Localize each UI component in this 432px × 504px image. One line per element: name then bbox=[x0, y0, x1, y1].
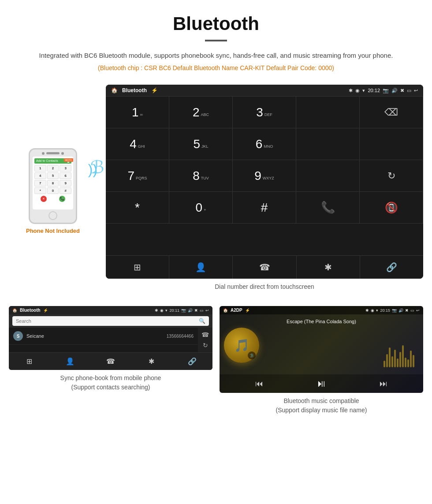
car-dialer-screen: 🏠 Bluetooth ⚡ ✱ ◉ ▾ 20:12 📷 🔊 ✖ ▭ ↩ bbox=[106, 85, 423, 279]
pb-home-icon[interactable]: 🏠 bbox=[12, 308, 17, 313]
pb-toolbar-link[interactable]: 🔗 bbox=[172, 353, 212, 370]
music-statusbar-left: 🏠 A2DP ⚡ bbox=[223, 308, 250, 313]
phone-key-7[interactable]: 7 bbox=[34, 180, 46, 187]
page-header: Bluetooth Integrated with BC6 Bluetooth … bbox=[0, 0, 432, 85]
dial-key-hash[interactable]: # bbox=[233, 192, 296, 224]
phone-key-9[interactable]: 9 bbox=[60, 180, 71, 187]
pb-back-icon[interactable]: ↩ bbox=[205, 308, 209, 313]
dial-backspace[interactable]: ⌫ bbox=[360, 97, 423, 128]
home-icon[interactable]: 🏠 bbox=[111, 87, 118, 93]
music-controls: ⏮ ⏯ ⏭ bbox=[220, 374, 423, 393]
phone-key-4[interactable]: 4 bbox=[34, 172, 46, 179]
phone-key-star[interactable]: * bbox=[34, 187, 46, 194]
dial-empty-3 bbox=[360, 128, 423, 160]
statusbar-left: 🏠 Bluetooth ⚡ bbox=[111, 87, 158, 93]
toolbar-bluetooth[interactable]: ✱ bbox=[297, 256, 360, 279]
pb-toolbar-contacts[interactable]: 👤 bbox=[49, 353, 90, 370]
phone-call-btn[interactable]: 📞 bbox=[59, 196, 65, 202]
location-icon: ◉ bbox=[355, 88, 360, 93]
toolbar-link[interactable]: 🔗 bbox=[360, 256, 423, 279]
dial-refresh[interactable]: ↻ bbox=[360, 160, 423, 192]
music-vol-icon[interactable]: 🔊 bbox=[398, 308, 403, 313]
dial-key-3[interactable]: 3DEF bbox=[233, 97, 296, 128]
phone-speaker bbox=[46, 152, 60, 154]
back-icon[interactable]: ↩ bbox=[414, 88, 418, 93]
pb-contact-number: 13566664466 bbox=[167, 334, 194, 339]
music-play-btn[interactable]: ⏯ bbox=[317, 378, 326, 389]
toolbar-keypad[interactable]: ⊞ bbox=[106, 256, 169, 279]
phone-key-5[interactable]: 5 bbox=[47, 172, 59, 179]
music-prev-btn[interactable]: ⏮ bbox=[255, 379, 263, 388]
pb-side-phone-icon[interactable]: ☎ bbox=[201, 331, 209, 338]
music-home-icon[interactable]: 🏠 bbox=[223, 308, 228, 313]
dial-key-4[interactable]: 4GHI bbox=[106, 128, 169, 160]
phone-end-btn[interactable]: ✕ bbox=[41, 196, 47, 202]
phone-key-0[interactable]: 0 bbox=[47, 187, 59, 194]
page-description: Integrated with BC6 Bluetooth module, su… bbox=[26, 50, 406, 61]
phone-key-hash[interactable]: # bbox=[60, 187, 71, 194]
visualizer-bar bbox=[394, 350, 396, 367]
volume-icon[interactable]: 🔊 bbox=[391, 88, 398, 93]
pb-toolbar-phone[interactable]: ☎ bbox=[90, 353, 131, 370]
dial-key-7[interactable]: 7PQRS bbox=[106, 160, 169, 192]
phone-key-1[interactable]: 1 bbox=[34, 165, 46, 172]
pb-search-row: 🔍 bbox=[12, 316, 209, 326]
pb-toolbar-bt[interactable]: ✱ bbox=[131, 353, 171, 370]
visualizer-bar bbox=[405, 358, 406, 367]
dial-key-star[interactable]: * bbox=[106, 192, 169, 224]
pb-search-icon[interactable]: 🔍 bbox=[199, 318, 205, 324]
phone-key-2[interactable]: 2 bbox=[47, 165, 59, 172]
music-next-btn[interactable]: ⏭ bbox=[380, 379, 387, 388]
phone-section: )) ℬ MOTO Add to Contacts ▊ 1 bbox=[9, 85, 97, 297]
phone-screen: Add to Contacts ▊ 1 2 3 4 5 6 7 8 9 * bbox=[33, 157, 73, 209]
toolbar-phone[interactable]: ☎ bbox=[233, 256, 296, 279]
music-win-icon[interactable]: ▭ bbox=[410, 308, 414, 313]
pb-win-icon[interactable]: ▭ bbox=[200, 308, 204, 313]
music-screen: 🏠 A2DP ⚡ ✱ ◉ ▾ 20:15 📷 🔊 ✖ ▭ ↩ bbox=[220, 306, 423, 393]
window-icon[interactable]: ▭ bbox=[407, 88, 411, 93]
phone-key-3[interactable]: 3 bbox=[60, 165, 71, 172]
pb-x-icon[interactable]: ✖ bbox=[194, 308, 198, 313]
phone-screen-label: Add to Contacts bbox=[36, 159, 58, 162]
toolbar-contacts[interactable]: 👤 bbox=[169, 256, 233, 279]
music-album-art: 🎵 ℬ bbox=[224, 328, 259, 363]
pb-toolbar-keypad[interactable]: ⊞ bbox=[9, 353, 49, 370]
phone-key-8[interactable]: 8 bbox=[47, 180, 59, 187]
visualizer-bar bbox=[389, 347, 391, 367]
phonebook-caption: Sync phone-book from mobile phone (Suppo… bbox=[9, 373, 212, 392]
pb-cam-icon[interactable]: 📷 bbox=[181, 308, 186, 313]
phone-key-6[interactable]: 6 bbox=[60, 172, 71, 179]
dial-key-2[interactable]: 2ABC bbox=[169, 97, 233, 128]
camera-icon[interactable]: 📷 bbox=[383, 88, 389, 93]
music-statusbar: 🏠 A2DP ⚡ ✱ ◉ ▾ 20:15 📷 🔊 ✖ ▭ ↩ bbox=[220, 306, 423, 314]
dial-key-8[interactable]: 8TUV bbox=[169, 160, 233, 192]
visualizer-bar bbox=[399, 352, 401, 367]
music-bt-icon: ✱ bbox=[365, 308, 369, 313]
dial-key-5[interactable]: 5JKL bbox=[169, 128, 233, 160]
dial-key-9[interactable]: 9WXYZ bbox=[233, 160, 296, 192]
pb-statusbar-left: 🏠 Bluetooth ⚡ bbox=[12, 308, 48, 313]
phonebook-inner: S Seicane 13566664466 ☎ ↻ bbox=[9, 328, 212, 352]
dial-key-0[interactable]: 0+ bbox=[169, 192, 233, 224]
pb-statusbar: 🏠 Bluetooth ⚡ ✱ ◉ ▾ 20:11 📷 🔊 ✖ ▭ ↩ bbox=[9, 306, 212, 314]
music-back-icon[interactable]: ↩ bbox=[416, 308, 420, 313]
dial-call-red[interactable]: 📵 bbox=[360, 192, 423, 224]
dial-key-1[interactable]: 1∞ bbox=[106, 97, 169, 128]
phone-home-btn[interactable] bbox=[48, 211, 57, 220]
pb-search-area: 🔍 bbox=[9, 314, 212, 328]
dial-call-green[interactable]: 📞 bbox=[296, 192, 360, 224]
dial-key-6[interactable]: 6MNO bbox=[233, 128, 296, 160]
music-time: 20:15 bbox=[380, 308, 390, 313]
pb-search-input[interactable] bbox=[16, 318, 199, 324]
dial-empty-4 bbox=[296, 160, 360, 192]
music-caption: Bluetooth music compatible (Support disp… bbox=[220, 396, 423, 415]
close-icon[interactable]: ✖ bbox=[400, 88, 404, 93]
dialer-statusbar: 🏠 Bluetooth ⚡ ✱ ◉ ▾ 20:12 📷 🔊 ✖ ▭ ↩ bbox=[106, 85, 423, 96]
pb-side-refresh-icon[interactable]: ↻ bbox=[203, 342, 208, 349]
visualizer-bar bbox=[407, 359, 409, 367]
music-x-icon[interactable]: ✖ bbox=[405, 308, 409, 313]
music-wifi-icon: ▾ bbox=[376, 308, 378, 313]
music-cam-icon[interactable]: 📷 bbox=[392, 308, 397, 313]
pb-contact-row[interactable]: S Seicane 13566664466 bbox=[9, 328, 198, 345]
pb-vol-icon[interactable]: 🔊 bbox=[188, 308, 193, 313]
